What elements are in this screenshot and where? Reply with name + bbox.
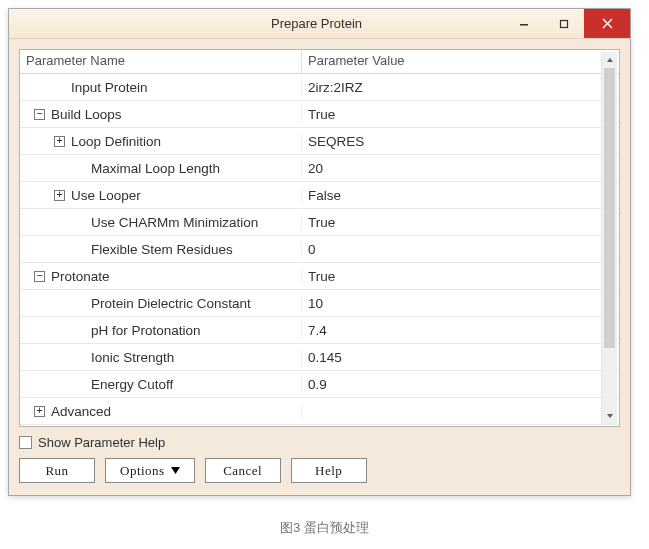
parameter-row[interactable]: +Loop DefinitionSEQRES	[20, 128, 619, 155]
parameter-value-cell[interactable]: 0	[302, 242, 619, 257]
parameter-row[interactable]: Protein Dielectric Constant10	[20, 290, 619, 317]
parameter-name-label: Maximal Loop Length	[91, 161, 220, 176]
parameter-value-cell[interactable]: 7.4	[302, 323, 619, 338]
show-help-checkbox[interactable]	[19, 436, 32, 449]
parameter-name-label: Input Protein	[71, 80, 148, 95]
header-value[interactable]: Parameter Value	[302, 50, 619, 73]
parameter-value-cell[interactable]: 0.9	[302, 377, 619, 392]
expand-icon[interactable]: +	[54, 190, 65, 201]
close-button[interactable]	[584, 9, 630, 38]
parameter-row[interactable]: Use CHARMm MinimizationTrue	[20, 209, 619, 236]
run-button-label: Run	[45, 463, 68, 479]
scrollbar-thumb[interactable]	[604, 68, 615, 348]
parameter-name-cell[interactable]: +Advanced	[20, 404, 302, 419]
parameter-name-label: Protonate	[51, 269, 110, 284]
parameter-value-cell[interactable]: True	[302, 215, 619, 230]
header-name[interactable]: Parameter Name	[20, 50, 302, 73]
help-button-label: Help	[315, 463, 342, 479]
parameter-name-cell[interactable]: Ionic Strength	[20, 350, 302, 365]
help-button[interactable]: Help	[291, 458, 367, 483]
collapse-icon[interactable]: −	[34, 271, 45, 282]
svg-rect-1	[561, 20, 568, 27]
cancel-button[interactable]: Cancel	[205, 458, 281, 483]
parameter-row[interactable]: Input Protein2irz:2IRZ	[20, 74, 619, 101]
options-button[interactable]: Options	[105, 458, 195, 483]
dialog-window: Prepare Protein Parameter Name Parameter…	[8, 8, 631, 496]
run-button[interactable]: Run	[19, 458, 95, 483]
maximize-icon	[559, 19, 569, 29]
parameter-value-cell[interactable]: 10	[302, 296, 619, 311]
show-help-label: Show Parameter Help	[38, 435, 165, 450]
parameter-row[interactable]: Ionic Strength0.145	[20, 344, 619, 371]
parameter-value-cell[interactable]: 2irz:2IRZ	[302, 80, 619, 95]
titlebar[interactable]: Prepare Protein	[9, 9, 630, 39]
options-button-label: Options	[120, 463, 165, 479]
parameter-row[interactable]: pH for Protonation7.4	[20, 317, 619, 344]
parameter-value-cell[interactable]: True	[302, 269, 619, 284]
svg-rect-0	[520, 24, 528, 26]
window-title: Prepare Protein	[9, 9, 504, 38]
scrollbar-track[interactable]	[602, 68, 617, 408]
chevron-down-icon	[606, 412, 614, 420]
parameter-row[interactable]: Flexible Stem Residues0	[20, 236, 619, 263]
minimize-icon	[519, 19, 529, 29]
parameter-name-cell[interactable]: Use CHARMm Minimization	[20, 215, 302, 230]
parameter-name-label: Protein Dielectric Constant	[91, 296, 251, 311]
parameter-value-cell[interactable]: 0.145	[302, 350, 619, 365]
scroll-down-button[interactable]	[602, 408, 617, 424]
parameter-name-cell[interactable]: Maximal Loop Length	[20, 161, 302, 176]
parameter-row[interactable]: −Build LoopsTrue	[20, 101, 619, 128]
maximize-button[interactable]	[544, 9, 584, 38]
parameter-value-cell[interactable]: SEQRES	[302, 134, 619, 149]
parameter-name-cell[interactable]: +Use Looper	[20, 188, 302, 203]
parameter-name-label: Flexible Stem Residues	[91, 242, 233, 257]
vertical-scrollbar[interactable]	[601, 52, 617, 424]
parameter-name-label: Advanced	[51, 404, 111, 419]
parameter-name-label: Loop Definition	[71, 134, 161, 149]
parameter-name-cell[interactable]: −Build Loops	[20, 107, 302, 122]
parameter-name-cell[interactable]: Protein Dielectric Constant	[20, 296, 302, 311]
parameter-name-label: Ionic Strength	[91, 350, 174, 365]
parameter-row[interactable]: −ProtonateTrue	[20, 263, 619, 290]
parameter-name-cell[interactable]: Input Protein	[20, 80, 302, 95]
minimize-button[interactable]	[504, 9, 544, 38]
parameter-name-label: pH for Protonation	[91, 323, 201, 338]
chevron-up-icon	[606, 56, 614, 64]
parameter-name-cell[interactable]: pH for Protonation	[20, 323, 302, 338]
parameter-row[interactable]: +Use LooperFalse	[20, 182, 619, 209]
parameter-row[interactable]: Maximal Loop Length20	[20, 155, 619, 182]
parameter-row[interactable]: +Advanced	[20, 398, 619, 425]
expand-icon[interactable]: +	[34, 406, 45, 417]
close-icon	[602, 18, 613, 29]
collapse-icon[interactable]: −	[34, 109, 45, 120]
parameter-name-label: Build Loops	[51, 107, 122, 122]
parameter-name-cell[interactable]: Energy Cutoff	[20, 377, 302, 392]
dropdown-triangle-icon	[171, 463, 180, 479]
parameter-row[interactable]: Energy Cutoff0.9	[20, 371, 619, 398]
parameter-value-cell[interactable]: 20	[302, 161, 619, 176]
parameter-name-label: Use Looper	[71, 188, 141, 203]
parameter-grid: Parameter Name Parameter Value Input Pro…	[19, 49, 620, 427]
grid-header: Parameter Name Parameter Value	[20, 50, 619, 74]
figure-caption: 图3 蛋白预处理	[8, 520, 641, 537]
parameter-value-cell[interactable]: True	[302, 107, 619, 122]
cancel-button-label: Cancel	[223, 463, 262, 479]
parameter-name-cell[interactable]: Flexible Stem Residues	[20, 242, 302, 257]
parameter-name-cell[interactable]: −Protonate	[20, 269, 302, 284]
expand-icon[interactable]: +	[54, 136, 65, 147]
scroll-up-button[interactable]	[602, 52, 617, 68]
parameter-name-label: Energy Cutoff	[91, 377, 173, 392]
parameter-name-label: Use CHARMm Minimization	[91, 215, 258, 230]
parameter-name-cell[interactable]: +Loop Definition	[20, 134, 302, 149]
parameter-value-cell[interactable]: False	[302, 188, 619, 203]
